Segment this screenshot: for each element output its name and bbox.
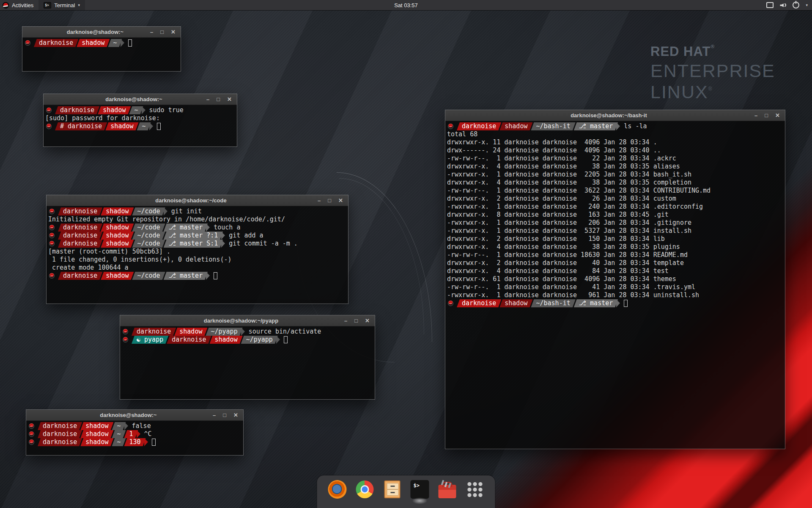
activities-button[interactable]: Activities xyxy=(0,0,38,10)
window-titlebar[interactable]: darknoise@shadow:~ – □ ✕ xyxy=(26,410,243,421)
terminal-body[interactable]: darknoiseshadow~/code git initInitialize… xyxy=(47,206,348,304)
terminal-line: darknoiseshadow~/bash-it⎇ master xyxy=(447,299,783,307)
window-titlebar[interactable]: darknoise@shadow:~ – □ ✕ xyxy=(22,27,181,38)
dock-item-app-grid[interactable] xyxy=(466,480,484,499)
close-button[interactable]: ✕ xyxy=(171,27,176,37)
terminal-text: git init xyxy=(167,207,202,215)
terminal-body[interactable]: darknoiseshadow~ xyxy=(22,38,181,71)
file-cabinet-icon xyxy=(384,480,401,498)
toolbox-icon xyxy=(439,485,456,498)
terminal-line: darknoiseshadow~/code⎇ master touch a xyxy=(48,224,346,232)
window-controls: – □ ✕ xyxy=(754,110,780,121)
close-button[interactable]: ✕ xyxy=(775,110,780,121)
terminal-text: themes xyxy=(653,275,676,283)
prompt-segment: darknoise xyxy=(38,430,82,438)
window-titlebar[interactable]: darknoise@shadow:~ – □ ✕ xyxy=(44,94,237,105)
terminal-text: drwxrwxr-x. 4 darknoise darknoise 38 Jan… xyxy=(447,243,653,251)
app-menu-label: Terminal xyxy=(54,2,75,8)
prompt-segment: shadow xyxy=(499,299,532,307)
terminal-text: -rw-rw-r--. 1 darknoise darknoise 18630 … xyxy=(447,251,688,259)
terminal-window-bash-it: darknoise@shadow:~/bash-it – □ ✕ darknoi… xyxy=(445,110,785,449)
terminal-text: ls -la xyxy=(620,122,647,130)
dock: $> xyxy=(317,475,495,508)
terminal-line: # darknoiseshadow~ xyxy=(45,122,235,130)
close-button[interactable]: ✕ xyxy=(365,315,370,326)
close-button[interactable]: ✕ xyxy=(338,195,343,206)
terminal-line: [master (root-commit) 50bcb63] . xyxy=(48,248,346,256)
prompt-segment: ~/code xyxy=(132,272,165,280)
prompt-segment: ~/code xyxy=(132,224,165,232)
dock-item-terminal[interactable]: $> xyxy=(411,480,429,499)
terminal-line: drwx------. 24 darknoise darknoise 4096 … xyxy=(447,146,783,155)
dock-item-toolbox[interactable] xyxy=(438,480,457,499)
maximize-button[interactable]: □ xyxy=(160,27,164,37)
terminal-window: darknoise@shadow:~ – □ ✕ darknoiseshadow… xyxy=(44,94,237,146)
prompt-segment: darknoise xyxy=(58,240,102,248)
minimize-button[interactable]: – xyxy=(344,315,347,326)
terminal-text: custom xyxy=(653,195,676,203)
window-title: darknoise@shadow:~/pyapp xyxy=(145,315,337,326)
terminal-text xyxy=(124,39,128,47)
terminal-cursor xyxy=(284,336,288,343)
volume-icon xyxy=(780,3,786,8)
dock-item-files[interactable] xyxy=(383,480,402,499)
terminal-line: create mode 100644 a xyxy=(48,264,346,272)
minimize-button[interactable]: – xyxy=(754,110,757,121)
close-button[interactable]: ✕ xyxy=(233,410,238,420)
app-grid-icon xyxy=(466,481,483,498)
terminal-text: create mode 100644 a xyxy=(48,264,129,272)
terminal-body[interactable]: darknoiseshadow~/pyapp source bin/activa… xyxy=(120,326,375,399)
terminal-line: drwxrwxr-x. 4 darknoise darknoise 38 Jan… xyxy=(447,243,783,251)
close-button[interactable]: ✕ xyxy=(227,94,232,105)
logo-line-linux: LINUX® xyxy=(650,83,775,101)
prompt-segment: darknoise xyxy=(457,299,501,307)
minimize-button[interactable]: – xyxy=(150,27,153,37)
prompt-segment: ⎇ master xyxy=(164,272,208,280)
maximize-button[interactable]: □ xyxy=(765,110,768,121)
window-title: darknoise@shadow:~/code xyxy=(72,195,310,206)
app-menu-terminal[interactable]: $> Terminal ▾ xyxy=(38,0,85,10)
window-controls: – □ ✕ xyxy=(344,315,370,326)
terminal-text xyxy=(153,122,157,130)
maximize-button[interactable]: □ xyxy=(354,315,358,326)
terminal-text: -rw-rw-r--. 1 darknoise darknoise 22 Jan… xyxy=(447,155,676,163)
firefox-icon xyxy=(328,480,347,499)
prompt-segment: darknoise xyxy=(38,438,82,446)
terminal-text: .editorconfig xyxy=(653,203,703,211)
clock[interactable]: Sat 03:57 xyxy=(394,2,418,8)
prompt-segment: shadow xyxy=(80,422,113,430)
terminal-line: drwxrwxr-x. 2 darknoise darknoise 26 Jan… xyxy=(447,195,783,203)
window-titlebar[interactable]: darknoise@shadow:~/pyapp – □ ✕ xyxy=(120,315,375,326)
maximize-button[interactable]: □ xyxy=(223,410,226,420)
terminal-text: template xyxy=(653,259,684,267)
prompt-segment: ~/pyapp xyxy=(241,336,278,344)
prompt-segment: darknoise xyxy=(132,328,176,336)
status-area[interactable]: ▾ xyxy=(766,0,808,10)
terminal-cursor xyxy=(214,272,217,279)
prompt-segment: darknoise xyxy=(58,232,102,240)
terminal-line: drwxrwxr-x. 8 darknoise darknoise 163 Ja… xyxy=(447,211,783,219)
minimize-button[interactable]: – xyxy=(318,195,321,206)
prompt-segment: shadow xyxy=(105,122,138,130)
terminal-text: plugins xyxy=(653,243,680,251)
dock-item-firefox[interactable] xyxy=(328,480,347,499)
window-titlebar[interactable]: darknoise@shadow:~/bash-it – □ ✕ xyxy=(445,110,785,121)
prompt-segment: shadow xyxy=(80,430,113,438)
terminal-text: uninstall.sh xyxy=(653,291,699,299)
maximize-button[interactable]: □ xyxy=(328,195,331,206)
window-title: darknoise@shadow:~ xyxy=(69,94,199,105)
maximize-button[interactable]: □ xyxy=(217,94,220,105)
terminal-body[interactable]: darknoiseshadow~/bash-it⎇ master ls -lat… xyxy=(445,121,785,449)
terminal-text: drwxrwxr-x. 4 darknoise darknoise 38 Jan… xyxy=(447,163,653,171)
minimize-button[interactable]: – xyxy=(213,410,216,420)
minimize-button[interactable]: – xyxy=(206,94,209,105)
terminal-body[interactable]: darknoiseshadow~ sudo true[sudo] passwor… xyxy=(44,105,237,146)
terminal-text xyxy=(148,438,152,446)
dock-item-chrome[interactable] xyxy=(356,480,374,499)
terminal-text: ^C xyxy=(140,430,152,438)
terminal-line: darknoiseshadow~/code⎇ master ?:1 git ad… xyxy=(48,232,346,240)
terminal-line: -rwxrwxr-x. 1 darknoise darknoise 2205 J… xyxy=(447,171,783,179)
prompt-segment: shadow xyxy=(101,240,134,248)
terminal-body[interactable]: darknoiseshadow~ falsedarknoiseshadow~1 … xyxy=(26,421,243,455)
window-titlebar[interactable]: darknoise@shadow:~/code – □ ✕ xyxy=(47,195,348,206)
